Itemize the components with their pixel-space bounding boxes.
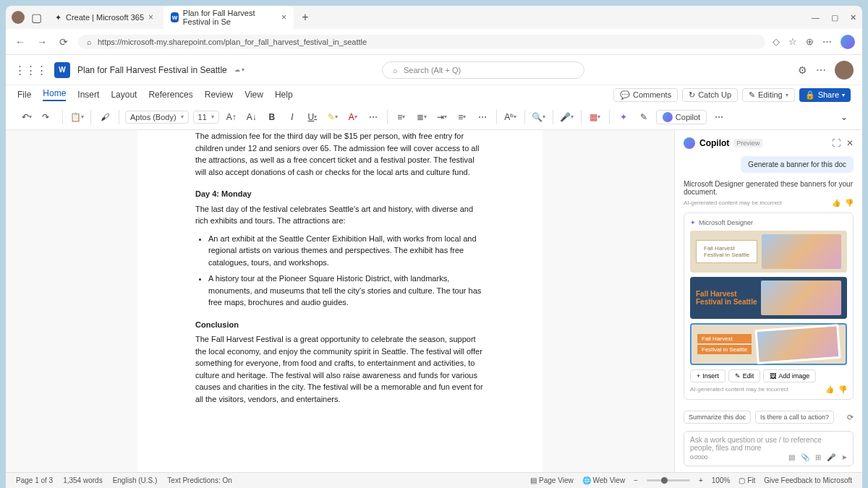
highlight-button[interactable]: ✎▾ <box>325 109 341 125</box>
back-icon[interactable]: ← <box>13 36 27 48</box>
copilot-toolbar-button[interactable]: Copilot <box>656 110 707 124</box>
new-tab-button[interactable]: + <box>297 9 314 26</box>
tab-review[interactable]: Review <box>205 90 233 100</box>
format-painter-button[interactable]: 🖌 <box>97 109 113 125</box>
settings-icon[interactable]: ⚙ <box>798 64 807 76</box>
banner-option-1[interactable]: Fall HarvestFestival in Seattle <box>690 231 847 273</box>
paste-button[interactable]: 📋▾ <box>69 109 85 125</box>
insert-button[interactable]: + Insert <box>690 369 726 382</box>
refresh-suggestions-icon[interactable]: ⟳ <box>847 413 854 422</box>
url-input[interactable]: ⌕ https://microsoft-my.sharepoint.com/pl… <box>78 35 765 49</box>
document-title[interactable]: Plan for Fall Harvest Festival in Seattl… <box>77 65 227 75</box>
expand-icon[interactable]: ⛶ <box>832 138 841 148</box>
close-icon[interactable]: ✕ <box>850 13 856 22</box>
banner-option-2[interactable]: Fall HarvestFestival in Seattle <box>690 277 847 319</box>
editor-button[interactable]: ✎ <box>636 109 652 125</box>
tab-view[interactable]: View <box>244 90 263 100</box>
search-input[interactable]: ⌕ Search (Alt + Q) <box>382 61 584 79</box>
designer-button[interactable]: ✦ <box>616 109 631 125</box>
paragraph[interactable]: The admission fee for the third day will… <box>195 130 485 178</box>
prompt-guide-icon[interactable]: ▤ <box>788 453 795 461</box>
document-canvas[interactable]: The admission fee for the third day will… <box>6 130 674 472</box>
mic-icon[interactable]: 🎤 <box>827 453 835 461</box>
indent-button[interactable]: ⇥▾ <box>434 109 450 125</box>
suggestion-summarize[interactable]: Summarize this doc <box>684 411 751 424</box>
document-page[interactable]: The admission fee for the third day will… <box>137 130 542 472</box>
tab-help[interactable]: Help <box>275 90 293 100</box>
favorite-icon[interactable]: ☆ <box>788 36 797 47</box>
font-size-select[interactable]: 11▾ <box>193 111 219 124</box>
comments-button[interactable]: 💬 Comments <box>613 88 678 102</box>
grow-font-button[interactable]: A↑ <box>224 109 239 125</box>
heading-day4[interactable]: Day 4: Monday <box>195 188 485 200</box>
profile-avatar[interactable] <box>12 11 25 24</box>
list-item[interactable]: A history tour at the Pioneer Square His… <box>208 273 485 309</box>
thumbs-up-icon[interactable]: 👍 <box>825 385 834 393</box>
underline-button[interactable]: U▾ <box>305 109 320 125</box>
paragraph[interactable]: The last day of the festival celebrates … <box>195 203 485 227</box>
zoom-level[interactable]: 100% <box>712 476 731 484</box>
workspaces-icon[interactable]: ▢ <box>27 9 45 26</box>
editing-button[interactable]: ✎ Editing ▾ <box>742 88 795 102</box>
app-launcher-icon[interactable]: ⋮⋮⋮ <box>14 64 47 77</box>
bullets-button[interactable]: ≡▾ <box>393 109 409 125</box>
tab-insert[interactable]: Insert <box>77 90 99 100</box>
maximize-icon[interactable]: ▢ <box>831 13 838 22</box>
zoom-out-icon[interactable]: − <box>634 476 638 484</box>
paragraph[interactable]: The Fall Harvest Festival is a great opp… <box>195 333 485 405</box>
collapse-ribbon-button[interactable]: ⌄ <box>836 109 852 125</box>
forward-icon[interactable]: → <box>35 36 49 48</box>
numbering-button[interactable]: ≣▾ <box>414 109 430 125</box>
list-item[interactable]: An art exhibit at the Seattle Center Exh… <box>208 233 485 269</box>
undo-button[interactable]: ↶▾ <box>19 109 35 125</box>
refresh-icon[interactable]: ⟳ <box>56 36 71 48</box>
attach-icon[interactable]: 📎 <box>801 453 809 461</box>
redo-button[interactable]: ↷ <box>38 109 54 125</box>
close-icon[interactable]: × <box>281 12 286 22</box>
heading-conclusion[interactable]: Conclusion <box>195 319 485 331</box>
more-icon[interactable]: ⋯ <box>816 64 826 76</box>
bold-button[interactable]: B <box>264 109 280 125</box>
collections-icon[interactable]: ⊕ <box>806 36 814 47</box>
bullet-list[interactable]: An art exhibit at the Seattle Center Exh… <box>208 233 485 309</box>
edit-button[interactable]: ✎ Edit <box>728 369 761 382</box>
suggestion-cta[interactable]: Is there a call to action? <box>755 411 834 424</box>
page-indicator[interactable]: Page 1 of 3 <box>16 476 53 484</box>
close-icon[interactable]: ✕ <box>846 138 854 148</box>
add-image-button[interactable]: 🖼 Add image <box>763 369 816 382</box>
banner-option-3-selected[interactable]: Fall Harvest Festival in Seattle <box>690 323 847 365</box>
feedback-link[interactable]: Give Feedback to Microsoft <box>764 476 852 484</box>
browser-tab-document[interactable]: W Plan for Fall Harvest Festival in Se × <box>163 6 294 29</box>
more-para-button[interactable]: ⋯ <box>475 109 490 125</box>
zoom-in-icon[interactable]: + <box>699 476 703 484</box>
page-view-button[interactable]: ▤ Page View <box>530 476 573 484</box>
fit-button[interactable]: ▢ Fit <box>739 476 755 484</box>
tab-file[interactable]: File <box>17 90 31 100</box>
align-button[interactable]: ≡▾ <box>454 109 470 125</box>
more-toolbar-button[interactable]: ⋯ <box>711 109 727 125</box>
web-view-button[interactable]: 🌐 Web View <box>582 476 625 484</box>
send-icon[interactable]: ➤ <box>841 453 847 461</box>
tab-references[interactable]: References <box>148 90 192 100</box>
table-button[interactable]: ▦▾ <box>587 109 603 125</box>
italic-button[interactable]: I <box>284 109 300 125</box>
thumbs-up-icon[interactable]: 👍 <box>832 199 841 207</box>
thumbs-down-icon[interactable]: 👎 <box>845 199 854 207</box>
dictate-button[interactable]: 🎤▾ <box>559 109 575 125</box>
share-button[interactable]: 🔒 Share ▾ <box>799 88 851 102</box>
more-font-button[interactable]: ⋯ <box>365 109 381 125</box>
close-icon[interactable]: × <box>148 12 153 22</box>
minimize-icon[interactable]: — <box>812 13 820 22</box>
grid-icon[interactable]: ⊞ <box>815 453 821 461</box>
thumbs-down-icon[interactable]: 👎 <box>838 385 847 393</box>
user-avatar[interactable] <box>835 61 854 80</box>
copilot-input[interactable]: Ask a work question or use / to referenc… <box>684 431 854 466</box>
tab-home[interactable]: Home <box>43 88 66 101</box>
font-color-button[interactable]: A▾ <box>345 109 361 125</box>
saved-indicator-icon[interactable]: ☁ ▾ <box>234 67 244 73</box>
find-button[interactable]: 🔍▾ <box>531 109 547 125</box>
font-select[interactable]: Aptos (Body)▾ <box>125 111 189 124</box>
language-indicator[interactable]: English (U.S.) <box>113 476 158 484</box>
styles-button[interactable]: Aᵇ▾ <box>503 109 519 125</box>
shopping-icon[interactable]: ◇ <box>773 36 780 47</box>
